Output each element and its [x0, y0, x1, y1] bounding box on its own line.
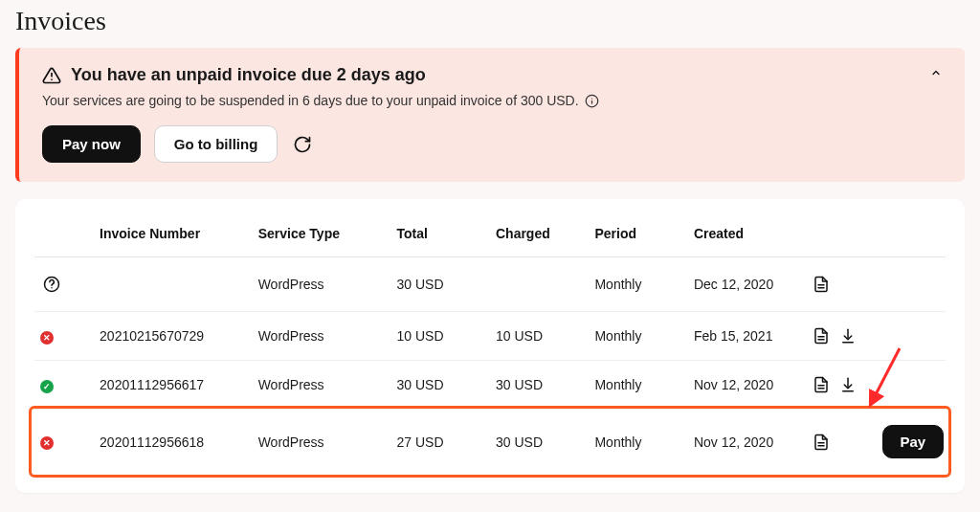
- invoices-card: Invoice Number Service Type Total Charge…: [15, 199, 965, 493]
- cell-invoice-number: 20210215670729: [94, 312, 253, 361]
- col-total: Total: [391, 211, 490, 257]
- warning-icon: [42, 66, 61, 85]
- table-row: ✓20201112956617WordPress30 USD30 USDMont…: [34, 361, 946, 410]
- table-row: ✕20210215670729WordPress10 USD10 USDMont…: [34, 312, 946, 361]
- table-row: ✕20201112956618WordPress27 USD30 USDMont…: [34, 410, 946, 475]
- cell-created: Nov 12, 2020: [688, 361, 807, 410]
- invoices-table: Invoice Number Service Type Total Charge…: [34, 211, 946, 474]
- cell-service-type: WordPress: [253, 361, 391, 410]
- col-created: Created: [688, 211, 807, 257]
- banner-info-button[interactable]: [585, 93, 600, 108]
- refresh-button[interactable]: [291, 133, 314, 156]
- status-paid-icon: ✓: [40, 380, 54, 393]
- cell-invoice-number: 20201112956617: [94, 361, 253, 410]
- cell-invoice-number: [94, 257, 253, 312]
- status-unpaid-icon: ✕: [40, 436, 54, 450]
- cell-charged: 30 USD: [490, 361, 589, 410]
- unpaid-invoice-banner: You have an unpaid invoice due 2 days ag…: [15, 48, 965, 182]
- col-charged: Charged: [490, 211, 589, 257]
- cell-total: 30 USD: [391, 257, 490, 312]
- cell-charged: [490, 257, 589, 312]
- view-invoice-button[interactable]: [813, 376, 830, 393]
- pay-button[interactable]: Pay: [882, 425, 945, 458]
- cell-period: Monthly: [589, 312, 687, 361]
- status-unpaid-icon: ✕: [40, 331, 54, 345]
- cell-period: Monthly: [589, 361, 687, 410]
- help-icon[interactable]: [40, 273, 63, 296]
- chevron-up-icon: [930, 67, 942, 78]
- cell-created: Dec 12, 2020: [688, 257, 807, 312]
- info-icon: [585, 94, 599, 108]
- view-invoice-button[interactable]: [813, 434, 830, 451]
- go-to-billing-button[interactable]: Go to billing: [154, 125, 278, 163]
- table-row: WordPress30 USDMonthlyDec 12, 2020: [34, 257, 946, 312]
- view-invoice-button[interactable]: [813, 327, 830, 345]
- banner-heading: You have an unpaid invoice due 2 days ag…: [71, 65, 426, 85]
- cell-total: 30 USD: [391, 361, 490, 410]
- col-period: Period: [589, 211, 687, 257]
- cell-period: Monthly: [589, 410, 687, 475]
- col-service-type: Service Type: [253, 211, 391, 257]
- col-invoice-number: Invoice Number: [94, 211, 253, 257]
- page-title: Invoices: [15, 6, 965, 36]
- view-invoice-button[interactable]: [813, 276, 830, 293]
- table-header-row: Invoice Number Service Type Total Charge…: [34, 211, 946, 257]
- download-invoice-button[interactable]: [839, 376, 857, 393]
- cell-total: 27 USD: [391, 410, 490, 475]
- banner-subtext: Your services are going to be suspended …: [42, 93, 579, 108]
- cell-service-type: WordPress: [253, 312, 391, 361]
- cell-total: 10 USD: [391, 312, 490, 361]
- download-invoice-button[interactable]: [839, 327, 857, 345]
- cell-service-type: WordPress: [253, 410, 391, 475]
- cell-period: Monthly: [589, 257, 687, 312]
- refresh-icon: [293, 135, 312, 154]
- pay-now-button[interactable]: Pay now: [42, 125, 141, 163]
- collapse-banner-button[interactable]: [924, 61, 947, 84]
- cell-created: Nov 12, 2020: [688, 410, 807, 475]
- cell-charged: 10 USD: [490, 312, 589, 361]
- cell-invoice-number: 20201112956618: [94, 410, 253, 475]
- cell-charged: 30 USD: [490, 410, 589, 475]
- cell-created: Feb 15, 2021: [688, 312, 807, 361]
- cell-service-type: WordPress: [253, 257, 391, 312]
